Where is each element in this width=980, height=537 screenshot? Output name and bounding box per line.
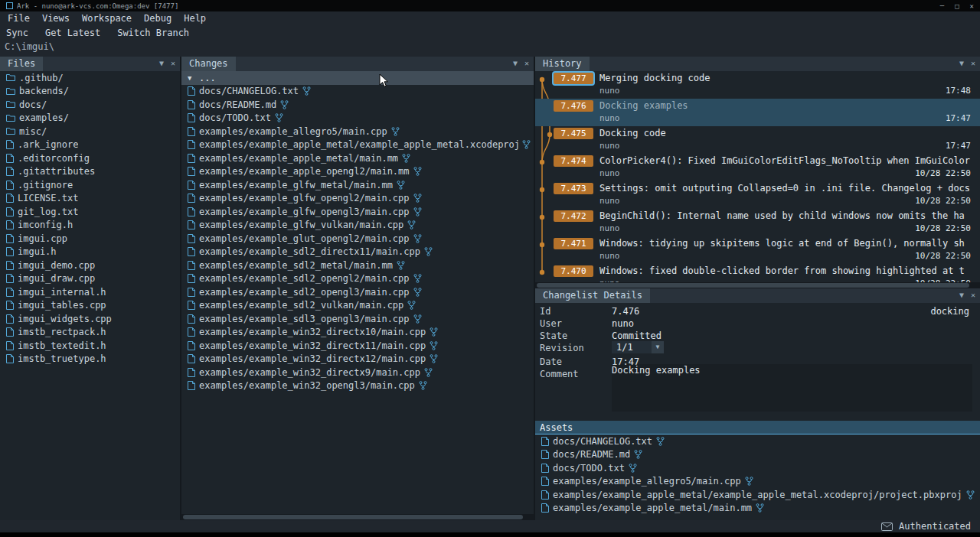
asset-file-row[interactable]: docs/TODO.txt bbox=[535, 461, 980, 475]
changed-file-row[interactable]: examples/example_glfw_vulkan/main.cpp bbox=[181, 219, 534, 233]
history-hscrollbar[interactable] bbox=[535, 282, 980, 288]
changed-file-row[interactable]: docs/CHANGELOG.txt bbox=[181, 85, 534, 99]
file-tree-item[interactable]: LICENSE.txt bbox=[0, 192, 180, 206]
field-label-date: Date bbox=[540, 356, 562, 367]
changed-file-row[interactable]: examples/example_glut_opengl2/main.cpp bbox=[181, 232, 534, 246]
asset-file-row[interactable]: examples/example_apple_metal/main.mm bbox=[535, 502, 980, 516]
menu-debug[interactable]: Debug bbox=[144, 13, 172, 24]
changed-file-row[interactable]: examples/example_win32_directx9/main.cpp bbox=[181, 366, 534, 379]
history-commit-row[interactable]: 7.475Docking codenuno17:47 bbox=[535, 126, 980, 154]
expander-icon[interactable]: ▼ bbox=[188, 74, 195, 82]
asset-file-row[interactable]: examples/example_allegro5/main.cpp bbox=[535, 475, 980, 489]
asset-file-row[interactable]: examples/example_apple_metal/example_app… bbox=[535, 488, 980, 502]
file-tree-item[interactable]: .github/ bbox=[0, 71, 180, 85]
history-commit-row[interactable]: 7.474ColorPicker4(): Fixed ImGuiColorEdi… bbox=[535, 154, 980, 181]
history-commit-row[interactable]: 7.477Merging docking codenuno17:48 bbox=[535, 71, 980, 99]
file-tree-item[interactable]: imstb_truetype.h bbox=[0, 353, 180, 366]
changed-file-row[interactable]: examples/example_apple_metal/example_app… bbox=[181, 138, 534, 152]
changed-file-row[interactable]: examples/example_sdl3_opengl3/main.cpp bbox=[181, 312, 534, 326]
changed-file-row[interactable]: examples/example_win32_directx10/main.cp… bbox=[181, 326, 534, 340]
document-icon bbox=[188, 381, 195, 390]
document-icon bbox=[6, 234, 14, 243]
maximize-button[interactable]: □ bbox=[955, 2, 959, 10]
file-tree-item[interactable]: imgui_tables.cpp bbox=[0, 299, 180, 313]
history-commit-row[interactable]: 7.472BeginChild(): Internal name used by… bbox=[535, 209, 980, 236]
changes-hscrollbar[interactable] bbox=[181, 514, 534, 520]
file-tree-item[interactable]: .ark_ignore bbox=[0, 138, 180, 152]
changed-file-row[interactable]: examples/example_sdl2_vulkan/main.cpp bbox=[181, 299, 534, 313]
file-tree-item[interactable]: imconfig.h bbox=[0, 219, 180, 233]
bottom-strip bbox=[0, 532, 980, 537]
history-commit-row[interactable]: 7.476Docking examplesnuno17:47 bbox=[535, 99, 980, 126]
history-commit-row[interactable]: 7.473Settings: omit outputing Collapsed=… bbox=[535, 181, 980, 209]
file-tree-item[interactable]: imgui_internal.h bbox=[0, 285, 180, 299]
changed-file-row[interactable]: examples/example_glfw_opengl3/main.cpp bbox=[181, 205, 534, 219]
changed-file-row[interactable]: examples/example_win32_opengl3/main.cpp bbox=[181, 379, 534, 393]
changes-tab[interactable]: Changes bbox=[181, 57, 236, 71]
changed-file-row[interactable]: examples/example_glfw_metal/main.mm bbox=[181, 178, 534, 192]
file-tree-item[interactable]: imgui_draw.cpp bbox=[0, 272, 180, 286]
changed-file-row[interactable]: examples/example_sdl2_metal/main.mm bbox=[181, 259, 534, 272]
menu-help[interactable]: Help bbox=[184, 13, 206, 24]
history-commit-row[interactable]: 7.470Windows: fixed double-clicked borde… bbox=[535, 264, 980, 282]
changed-file-row[interactable]: docs/README.md bbox=[181, 98, 534, 112]
file-tree-item[interactable]: imgui.cpp bbox=[0, 232, 180, 246]
file-tree-item[interactable]: examples/ bbox=[0, 112, 180, 125]
history-commit-row[interactable]: 7.471Windows: tidying up skipitems logic… bbox=[535, 236, 980, 264]
file-tree-item[interactable]: .editorconfig bbox=[0, 151, 180, 165]
chevron-down-icon[interactable]: ▼ bbox=[652, 341, 664, 353]
scrollbar-thumb[interactable] bbox=[537, 283, 969, 288]
file-tree-item[interactable]: .gitignore bbox=[0, 178, 180, 192]
file-tree-item[interactable]: docs/ bbox=[0, 98, 180, 112]
close-button[interactable]: ✕ bbox=[970, 2, 974, 10]
file-tree-item[interactable]: imstb_rectpack.h bbox=[0, 326, 180, 340]
close-panel-icon[interactable]: ✕ bbox=[524, 59, 529, 67]
file-tree-item[interactable]: git_log.txt bbox=[0, 205, 180, 219]
filter-icon[interactable]: ▼ bbox=[959, 59, 964, 67]
asset-file-row[interactable]: docs/CHANGELOG.txt bbox=[535, 434, 980, 448]
file-tree-item[interactable]: imgui_demo.cpp bbox=[0, 259, 180, 272]
changed-file-row[interactable]: examples/example_glfw_opengl2/main.cpp bbox=[181, 192, 534, 206]
document-icon bbox=[188, 274, 195, 283]
file-tree-item[interactable]: imgui_widgets.cpp bbox=[0, 312, 180, 326]
file-name: .github/ bbox=[19, 73, 64, 83]
changed-file-row[interactable]: examples/example_win32_directx11/main.cp… bbox=[181, 339, 534, 353]
minimize-button[interactable]: ─ bbox=[940, 2, 944, 10]
close-panel-icon[interactable]: ✕ bbox=[171, 59, 175, 67]
history-tab[interactable]: History bbox=[535, 57, 590, 71]
asset-file-row[interactable]: docs/README.md bbox=[535, 448, 980, 462]
toolbar-sync-button[interactable]: Sync bbox=[6, 28, 28, 38]
changed-file-row[interactable]: examples/example_sdl2_opengl2/main.cpp bbox=[181, 272, 534, 286]
menu-views[interactable]: Views bbox=[42, 13, 70, 24]
changed-file-row[interactable]: docs/TODO.txt bbox=[181, 112, 534, 125]
changes-root-row[interactable]: ▼... bbox=[181, 71, 534, 85]
branch-icon bbox=[745, 477, 753, 486]
file-tree-item[interactable]: misc/ bbox=[0, 125, 180, 138]
file-tree-item[interactable]: backends/ bbox=[0, 85, 180, 99]
file-name: examples/example_sdl2_vulkan/main.cpp bbox=[199, 300, 403, 311]
file-tree-item[interactable]: imgui.h bbox=[0, 246, 180, 259]
menu-file[interactable]: File bbox=[8, 13, 30, 24]
changed-file-row[interactable]: examples/example_sdl2_directx11/main.cpp bbox=[181, 246, 534, 259]
filter-icon[interactable]: ▼ bbox=[513, 59, 518, 67]
file-tree-item[interactable]: imstb_textedit.h bbox=[0, 339, 180, 353]
files-tab[interactable]: Files bbox=[0, 57, 43, 71]
toolbar-get-latest-button[interactable]: Get Latest bbox=[45, 28, 100, 38]
changed-file-row[interactable]: examples/example_allegro5/main.cpp bbox=[181, 125, 534, 138]
changed-file-row[interactable]: examples/example_sdl2_opengl3/main.cpp bbox=[181, 285, 534, 299]
menu-workspace[interactable]: Workspace bbox=[82, 13, 132, 24]
file-tree-item[interactable]: .gitattributes bbox=[0, 165, 180, 179]
file-name: docs/CHANGELOG.txt bbox=[553, 436, 652, 447]
filter-icon[interactable]: ▼ bbox=[959, 291, 964, 299]
revision-dropdown[interactable]: 1/1 ▼ bbox=[612, 341, 664, 353]
changed-file-row[interactable]: examples/example_win32_directx12/main.cp… bbox=[181, 353, 534, 366]
close-panel-icon[interactable]: ✕ bbox=[971, 59, 975, 67]
file-name: examples/example_apple_metal/main.mm bbox=[553, 503, 752, 513]
changed-file-row[interactable]: examples/example_apple_metal/main.mm bbox=[181, 151, 534, 165]
scrollbar-thumb[interactable] bbox=[183, 515, 523, 519]
toolbar-switch-branch-button[interactable]: Switch Branch bbox=[117, 28, 189, 38]
filter-icon[interactable]: ▼ bbox=[159, 59, 164, 67]
details-tab[interactable]: Changelist Details bbox=[535, 288, 650, 303]
close-panel-icon[interactable]: ✕ bbox=[971, 291, 975, 299]
changed-file-row[interactable]: examples/example_apple_opengl2/main.mm bbox=[181, 165, 534, 179]
